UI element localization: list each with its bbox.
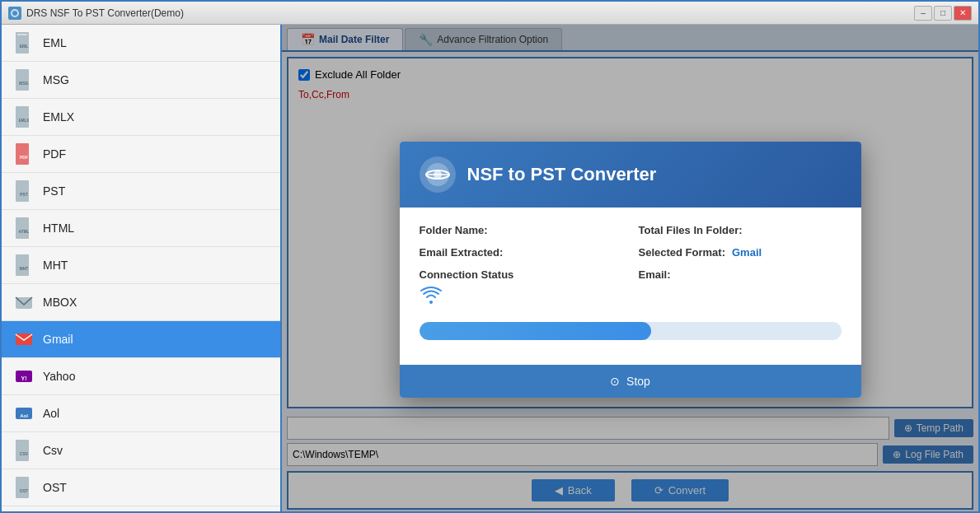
sidebar-item-html[interactable]: HTML HTML <box>2 210 280 247</box>
sidebar-item-mht-label: MHT <box>43 259 68 272</box>
svg-rect-5 <box>16 69 29 91</box>
folder-name-field: Folder Name: <box>420 224 622 238</box>
sidebar-item-ost[interactable]: OST OST <box>2 469 280 506</box>
svg-text:HTML: HTML <box>19 230 30 234</box>
sidebar-item-mht[interactable]: MHT MHT <box>2 247 280 284</box>
svg-rect-7 <box>16 106 29 128</box>
yahoo-icon: Y! <box>13 364 35 389</box>
sidebar-item-msg[interactable]: MSG MSG <box>2 62 280 99</box>
svg-text:OST: OST <box>20 488 28 493</box>
content-area: 📅 Mail Date Filter 🔧 Advance Filtration … <box>282 25 978 513</box>
svg-text:CSV: CSV <box>20 451 29 456</box>
svg-rect-15 <box>16 254 29 276</box>
stop-button[interactable]: ⊙ Stop <box>400 365 861 398</box>
modal-logo-icon <box>420 156 456 193</box>
emlx-icon: EMLX <box>13 105 35 129</box>
sidebar-item-csv-label: Csv <box>43 444 63 457</box>
gmail-icon <box>13 327 35 352</box>
stop-label: Stop <box>626 375 650 388</box>
email-extracted-label: Email Extracted: <box>420 246 622 259</box>
window-title: DRS NSF To PST Converter(Demo) <box>26 7 184 19</box>
main-container: EML EML MSG MSG EMLX EMLX PDF <box>2 25 978 513</box>
svg-rect-11 <box>16 180 29 202</box>
selected-format-label: Selected Format: <box>639 246 725 259</box>
mbox-icon <box>13 290 35 315</box>
sidebar-item-aol[interactable]: Aol Aol <box>2 395 280 432</box>
sidebar-item-pst[interactable]: PST PST <box>2 173 280 210</box>
total-files-field: Total Files In Folder: <box>639 224 842 238</box>
sidebar-item-gmail-label: Gmail <box>43 333 73 346</box>
sidebar-item-msg-label: MSG <box>43 73 69 86</box>
svg-text:Y!: Y! <box>21 375 27 381</box>
mht-icon: MHT <box>13 253 35 277</box>
svg-text:EMLX: EMLX <box>19 119 30 123</box>
html-icon: HTML <box>13 216 35 240</box>
ost-icon: OST <box>13 475 35 500</box>
sidebar-item-pdf-label: PDF <box>43 147 66 161</box>
folder-name-label: Folder Name: <box>420 224 622 236</box>
maximize-button[interactable]: □ <box>934 6 952 21</box>
app-icon <box>8 7 21 20</box>
svg-text:MHT: MHT <box>20 266 29 271</box>
svg-text:Aol: Aol <box>20 413 28 418</box>
sidebar-item-aol-label: Aol <box>43 407 59 420</box>
selected-format-value: Gmail <box>732 246 762 259</box>
modal-overlay: NSF to PST Converter Folder Name: Total … <box>282 25 978 513</box>
svg-rect-18 <box>16 333 32 345</box>
pdf-icon: PDF <box>13 142 35 166</box>
sidebar-item-yahoo[interactable]: Y! Yahoo <box>2 358 280 395</box>
csv-icon: CSV <box>13 438 35 463</box>
close-button[interactable]: ✕ <box>954 6 972 21</box>
svg-text:PDF: PDF <box>20 155 28 160</box>
modal-footer: ⊙ Stop <box>400 365 861 398</box>
modal-header: NSF to PST Converter <box>400 142 861 208</box>
minimize-button[interactable]: – <box>914 6 932 21</box>
sidebar-item-mbox[interactable]: MBOX <box>2 284 280 321</box>
connection-status-field: Connection Status <box>420 268 622 309</box>
sidebar-item-emlx[interactable]: EMLX EMLX <box>2 99 280 136</box>
sidebar-item-pst-label: PST <box>43 184 65 198</box>
sidebar-item-eml-label: EML <box>43 36 67 49</box>
sidebar-item-ost-label: OST <box>43 481 67 494</box>
svg-rect-23 <box>16 440 29 461</box>
wifi-icon <box>420 286 622 309</box>
sidebar-item-pdf[interactable]: PDF PDF <box>2 136 280 173</box>
app-window: DRS NSF To PST Converter(Demo) – □ ✕ EML… <box>0 0 980 513</box>
svg-rect-3 <box>17 34 27 35</box>
aol-icon: Aol <box>13 401 35 426</box>
modal-body: Folder Name: Total Files In Folder: Emai… <box>400 208 861 365</box>
sidebar-item-gmail[interactable]: Gmail <box>2 321 280 358</box>
sidebar-item-yahoo-label: Yahoo <box>43 370 75 383</box>
email-extracted-field: Email Extracted: <box>420 246 622 260</box>
stop-icon: ⊙ <box>610 375 620 388</box>
sidebar-item-mbox-label: MBOX <box>43 296 77 309</box>
sidebar-item-emlx-label: EMLX <box>43 110 74 124</box>
converter-modal: NSF to PST Converter Folder Name: Total … <box>400 142 861 398</box>
svg-point-1 <box>12 11 17 16</box>
total-files-label: Total Files In Folder: <box>639 224 842 236</box>
svg-text:MSG: MSG <box>19 81 29 86</box>
eml-icon: EML <box>13 30 35 55</box>
progress-bar <box>420 322 652 340</box>
connection-status-label: Connection Status <box>420 268 622 281</box>
svg-rect-25 <box>16 477 29 498</box>
modal-fields-grid: Folder Name: Total Files In Folder: Emai… <box>420 224 842 309</box>
svg-rect-9 <box>16 143 29 165</box>
sidebar-item-eml[interactable]: EML EML <box>2 25 280 62</box>
selected-format-field: Selected Format: Gmail <box>639 246 842 260</box>
email-field: Email: <box>639 268 842 309</box>
title-bar-left: DRS NSF To PST Converter(Demo) <box>8 7 184 20</box>
sidebar-item-office365[interactable]: 365 Office 365 <box>2 506 280 513</box>
progress-container <box>420 322 842 340</box>
sidebar: EML EML MSG MSG EMLX EMLX PDF <box>2 25 282 513</box>
svg-text:EML: EML <box>20 44 29 49</box>
modal-title: NSF to PST Converter <box>467 164 657 185</box>
email-label: Email: <box>639 268 842 281</box>
sidebar-item-csv[interactable]: CSV Csv <box>2 432 280 469</box>
msg-icon: MSG <box>13 68 35 92</box>
title-bar: DRS NSF To PST Converter(Demo) – □ ✕ <box>2 2 978 25</box>
sidebar-item-html-label: HTML <box>43 222 74 235</box>
svg-text:PST: PST <box>20 192 28 197</box>
window-controls: – □ ✕ <box>914 6 972 21</box>
pst-icon: PST <box>13 179 35 203</box>
